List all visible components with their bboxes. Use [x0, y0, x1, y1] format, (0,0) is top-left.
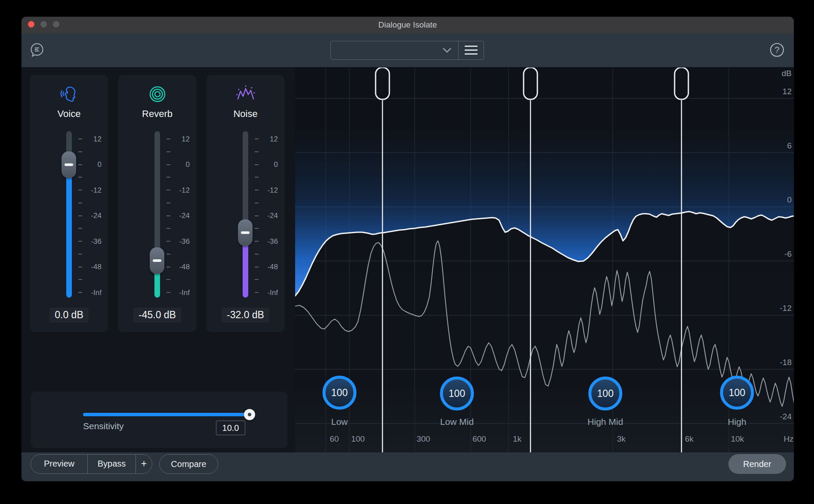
titlebar[interactable]: Dialogue Isolate [22, 17, 794, 34]
transport-group: Preview Bypass + [31, 454, 152, 474]
fader-value: 0.0 dB [30, 307, 108, 323]
sensitivity-slider[interactable] [83, 413, 250, 416]
voice-fader[interactable]: 120-12-24-36-48-Inf [30, 75, 108, 332]
render-button[interactable]: Render [728, 454, 786, 474]
db-scale-label: -18 [780, 358, 792, 367]
chevron-down-icon [439, 41, 458, 59]
preset-dropdown[interactable] [330, 41, 484, 60]
band-label: Low Mid [440, 417, 474, 427]
reverb-module: Reverb 120-12-24-36-48-Inf -45.0 dB [118, 75, 196, 332]
db-scale-label: dB [782, 69, 792, 78]
help-icon[interactable]: ? [768, 41, 786, 60]
sensitivity-label: Sensitivity [83, 421, 124, 431]
bypass-button[interactable]: Bypass [87, 455, 136, 473]
freq-scale-label: 1k [513, 434, 522, 443]
sensitivity-knob[interactable] [244, 409, 255, 420]
sensitivity-value-field[interactable]: 10.0 [216, 421, 245, 435]
comment-bubble-icon[interactable] [29, 42, 45, 60]
freq-scale-label: 10k [731, 434, 744, 443]
band-label: Low [331, 417, 348, 427]
svg-text:100: 100 [729, 387, 745, 398]
add-button[interactable]: + [136, 455, 152, 473]
preset-menu-button[interactable] [458, 41, 484, 59]
preview-button[interactable]: Preview [31, 455, 87, 473]
fader-handle[interactable] [238, 219, 253, 246]
db-scale-label: 6 [787, 141, 792, 150]
fader-value: -45.0 dB [118, 307, 196, 323]
freq-scale-label: Hz [783, 434, 793, 443]
band-split-handle[interactable] [524, 68, 537, 99]
svg-text:100: 100 [449, 388, 465, 399]
noise-fader[interactable]: 120-12-24-36-48-Inf [207, 75, 284, 332]
band-gain-knob[interactable]: 100 [722, 377, 752, 408]
db-scale-label: -12 [780, 304, 792, 313]
left-panel: Voice 120-12-24-36-48-Inf 0.0 dB Reverb … [22, 67, 295, 452]
preset-value [331, 41, 439, 59]
fader-handle[interactable] [150, 247, 164, 274]
fader-fill [66, 165, 72, 298]
toolbar: ? [22, 33, 794, 67]
compare-button[interactable]: Compare [159, 454, 218, 474]
band-label: High Mid [588, 417, 623, 427]
freq-scale-label: 300 [416, 434, 430, 443]
hamburger-menu-icon [465, 46, 478, 47]
band-split-handle[interactable] [376, 68, 389, 99]
band-gain-knob[interactable]: 100 [324, 377, 355, 408]
fader-handle[interactable] [62, 151, 76, 178]
band-split-handle[interactable] [675, 68, 688, 99]
band-gain-knob[interactable]: 100 [590, 378, 621, 409]
svg-text:100: 100 [597, 388, 614, 399]
db-scale-label: -24 [780, 412, 792, 421]
db-scale-label: 12 [783, 87, 792, 96]
db-scale-label: 0 [787, 195, 792, 204]
svg-text:?: ? [774, 45, 779, 55]
plugin-window: Dialogue Isolate [22, 17, 794, 481]
freq-scale-label: 60 [330, 434, 339, 443]
voice-module: Voice 120-12-24-36-48-Inf 0.0 dB [30, 75, 108, 332]
freq-scale-label: 100 [351, 434, 365, 443]
window-title: Dialogue Isolate [22, 17, 794, 33]
fader-value: -32.0 dB [207, 307, 284, 323]
band-gain-knob[interactable]: 100 [441, 378, 472, 409]
spectrum-display[interactable]: dB1260-6-12-18-24601003006001k3k6k10kHz … [295, 68, 794, 452]
bottom-bar: Preview Bypass + Compare Render [22, 452, 794, 481]
sensitivity-panel: Sensitivity 10.0 [31, 392, 287, 448]
svg-text:100: 100 [331, 387, 348, 398]
band-label: High [728, 417, 746, 427]
db-scale-label: -6 [784, 249, 792, 258]
noise-module: Noise 120-12-24-36-48-Inf -32.0 dB [207, 75, 284, 332]
freq-scale-label: 3k [617, 434, 626, 443]
reverb-fader[interactable]: 120-12-24-36-48-Inf [118, 75, 196, 332]
freq-scale-label: 600 [472, 434, 486, 443]
freq-scale-label: 6k [685, 434, 694, 443]
